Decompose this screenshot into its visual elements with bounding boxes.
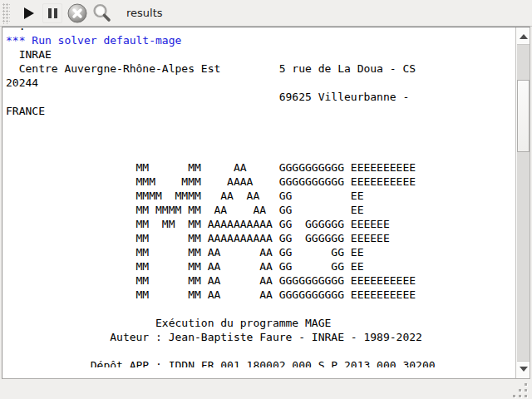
terminal-line: MM MM AA AA GGGGGGGGGG EEEEEEEEEE: [6, 273, 515, 288]
play-icon: [24, 7, 34, 19]
scroll-down-button[interactable]: [517, 362, 530, 377]
terminal-line: MM MMMM MM AA AA GG EE: [6, 203, 515, 217]
terminal-line: Exécution du programme MAGE: [6, 316, 515, 330]
console-text-area: .*** Run solver default-mage INRAE Centr…: [2, 27, 530, 379]
terminal-line: [6, 302, 515, 316]
terminal-line: Dépôt APP : IDDN.FR.001.180002.000.S.P.2…: [6, 358, 515, 367]
scrollbar-track[interactable]: [517, 44, 530, 362]
terminal-line: INRAE: [6, 47, 515, 62]
scrollbar-thumb[interactable]: [517, 80, 530, 152]
arrow-down-icon: [520, 367, 528, 372]
terminal-line: MMMM MMMM AA AA GG EE: [6, 189, 515, 203]
terminal-line: Auteur : Jean-Baptiste Faure - INRAE - 1…: [6, 330, 515, 344]
terminal-line: MM MM AA AA GGGGGGGGGG EEEEEEEEEE: [6, 288, 515, 302]
terminal-line: *** Run solver default-mage: [6, 33, 515, 47]
vertical-scrollbar[interactable]: [515, 27, 530, 378]
terminal-line: 20244: [6, 76, 515, 90]
terminal-line: [6, 118, 515, 132]
terminal-line: [6, 132, 515, 146]
solver-console-window: results .*** Run solver default-mage INR…: [0, 0, 532, 399]
terminal-line: MM MM AAAAAAAAAA GG GGGGGG EEEEEE: [6, 231, 515, 245]
terminal-line: FRANCE: [6, 104, 515, 118]
terminal-line: MMM MMM AAAA GGGGGGGGGG EEEEEEEEEE: [6, 175, 515, 189]
terminal-line: MM MM AA GGGGGGGGGG EEEEEEEEEE: [6, 160, 515, 175]
terminal-line: MM MM MM AAAAAAAAAA GG GGGGGG EEEEEE: [6, 217, 515, 231]
terminal-line: 69625 Villeurbanne -: [6, 90, 515, 104]
scroll-up-button[interactable]: [517, 29, 530, 44]
pause-icon: [48, 8, 57, 18]
terminal-line: Centre Auvergne-Rhône-Alpes Est 5 rue de…: [6, 62, 515, 76]
terminal-line: .: [6, 19, 515, 33]
terminal-line: MM MM AA AA GG GG EE: [6, 245, 515, 259]
terminal-line: [6, 344, 515, 358]
terminal-line: MM MM AA AA GG GG EE: [6, 259, 515, 273]
arrow-up-icon: [520, 34, 528, 39]
terminal-line: [6, 146, 515, 160]
status-strip: [0, 379, 532, 399]
terminal-output: .*** Run solver default-mage INRAE Centr…: [2, 19, 515, 367]
resize-grip-icon[interactable]: [509, 379, 532, 399]
